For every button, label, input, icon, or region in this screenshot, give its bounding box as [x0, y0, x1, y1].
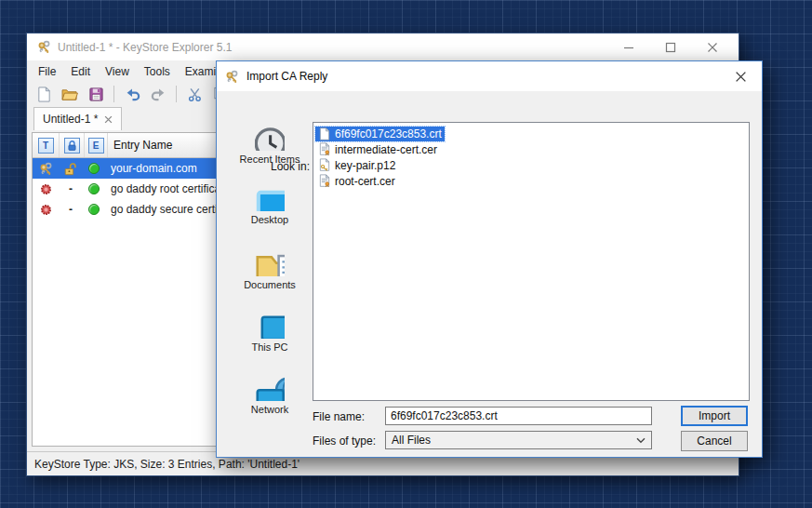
- file-name: 6f69fc017c23c853.crt: [335, 127, 442, 140]
- certificate-rosette-icon: [33, 199, 59, 220]
- file-item[interactable]: root-cert.cer: [315, 173, 747, 189]
- new-keystore-button[interactable]: [33, 84, 55, 104]
- redo-icon: [151, 87, 166, 102]
- redo-button[interactable]: [147, 84, 169, 104]
- place-label: Network: [251, 404, 288, 415]
- place-label: This PC: [251, 341, 287, 353]
- file-name: intermediate-cert.cer: [335, 143, 437, 156]
- expiry-badge: E: [88, 138, 104, 154]
- place-documents[interactable]: Documents: [230, 247, 310, 310]
- place-label: Documents: [244, 279, 296, 290]
- key-pair-icon: [33, 158, 59, 179]
- place-network[interactable]: Network: [230, 372, 310, 434]
- place-desktop[interactable]: Desktop: [230, 185, 310, 247]
- app-keys-icon: [36, 39, 52, 55]
- lock-cell: -: [59, 179, 83, 199]
- file-name-input[interactable]: [385, 407, 652, 425]
- dialog-title: Import CA Reply: [246, 70, 726, 83]
- plain-file-icon: [318, 127, 331, 140]
- network-icon: [255, 376, 285, 401]
- file-list: 6f69fc017c23c853.crt intermediate-cert.c…: [313, 122, 750, 401]
- status-text: KeyStore Type: JKS, Size: 3 Entries, Pat…: [34, 458, 300, 471]
- place-this-pc[interactable]: This PC: [230, 310, 310, 372]
- toolbar-separator: [176, 86, 177, 102]
- toolbar-separator: [113, 86, 114, 102]
- desktop-icon: [255, 189, 285, 211]
- open-keystore-button[interactable]: [59, 84, 81, 104]
- key-file-icon: [318, 158, 331, 172]
- tab-untitled-1[interactable]: Untitled-1 *: [33, 107, 122, 130]
- lock-icon: [64, 138, 80, 154]
- window-title: Untitled-1 * - KeyStore Explorer 5.1: [58, 41, 607, 54]
- places-sidebar: Recent Items Desktop Documents This PC N…: [230, 123, 310, 434]
- undo-icon: [125, 87, 140, 102]
- certificate-rosette-icon: [33, 179, 59, 199]
- menu-edit[interactable]: Edit: [63, 62, 98, 81]
- maximize-button[interactable]: [649, 33, 691, 60]
- place-label: Desktop: [251, 214, 288, 225]
- import-button[interactable]: Import: [681, 406, 748, 426]
- place-label: Recent Items: [240, 154, 300, 165]
- type-badge: T: [38, 138, 54, 154]
- cancel-button[interactable]: Cancel: [681, 431, 748, 451]
- file-name: root-cert.cer: [335, 175, 395, 188]
- chevron-down-icon: [636, 437, 646, 444]
- dialog-close-button[interactable]: [726, 61, 754, 91]
- documents-icon: [255, 251, 285, 276]
- file-item[interactable]: 6f69fc017c23c853.crt: [315, 126, 747, 141]
- close-icon: [735, 71, 747, 83]
- column-header-type[interactable]: T: [33, 133, 60, 157]
- tab-label: Untitled-1 *: [43, 113, 98, 126]
- unlocked-padlock-icon: [59, 158, 83, 179]
- import-ca-reply-dialog: Import CA Reply Look in: prerequisites R…: [216, 60, 763, 458]
- menu-view[interactable]: View: [98, 62, 137, 81]
- minimize-icon: [623, 42, 634, 53]
- status-dot-icon: [83, 158, 105, 179]
- file-item[interactable]: intermediate-cert.cer: [315, 141, 747, 157]
- file-item[interactable]: key-pair.p12: [315, 157, 747, 173]
- recent-items-icon: [255, 127, 285, 151]
- status-dot-icon: [83, 199, 105, 220]
- save-keystore-button[interactable]: [85, 84, 107, 104]
- new-file-icon: [36, 87, 52, 102]
- open-folder-icon: [61, 87, 78, 101]
- lock-cell: -: [59, 199, 83, 220]
- certificate-file-icon: [318, 174, 331, 188]
- menu-tools[interactable]: Tools: [137, 62, 178, 81]
- app-keys-icon: [224, 69, 240, 85]
- files-of-type-value: All Files: [392, 434, 636, 447]
- column-header-expiry[interactable]: E: [85, 133, 108, 157]
- this-pc-icon: [255, 314, 285, 339]
- cut-button[interactable]: [183, 84, 206, 104]
- column-header-lock[interactable]: [60, 133, 85, 157]
- maximize-icon: [665, 42, 676, 53]
- certificate-file-icon: [318, 142, 331, 156]
- place-recent-items[interactable]: Recent Items: [230, 123, 310, 185]
- files-of-type-label: Files of type:: [313, 434, 376, 448]
- undo-button[interactable]: [121, 84, 143, 104]
- file-name-label: File name:: [313, 410, 365, 423]
- save-icon: [88, 87, 104, 102]
- files-of-type-combobox[interactable]: All Files: [385, 431, 652, 449]
- close-icon: [707, 42, 718, 53]
- tab-close-icon[interactable]: [104, 115, 113, 124]
- status-dot-icon: [83, 179, 105, 199]
- file-name: key-pair.p12: [335, 159, 395, 172]
- close-button[interactable]: [691, 33, 733, 60]
- dialog-titlebar[interactable]: Import CA Reply: [217, 61, 762, 91]
- menu-file[interactable]: File: [31, 62, 63, 81]
- cut-icon: [187, 87, 203, 102]
- minimize-button[interactable]: [607, 33, 649, 60]
- main-titlebar[interactable]: Untitled-1 * - KeyStore Explorer 5.1: [27, 33, 739, 60]
